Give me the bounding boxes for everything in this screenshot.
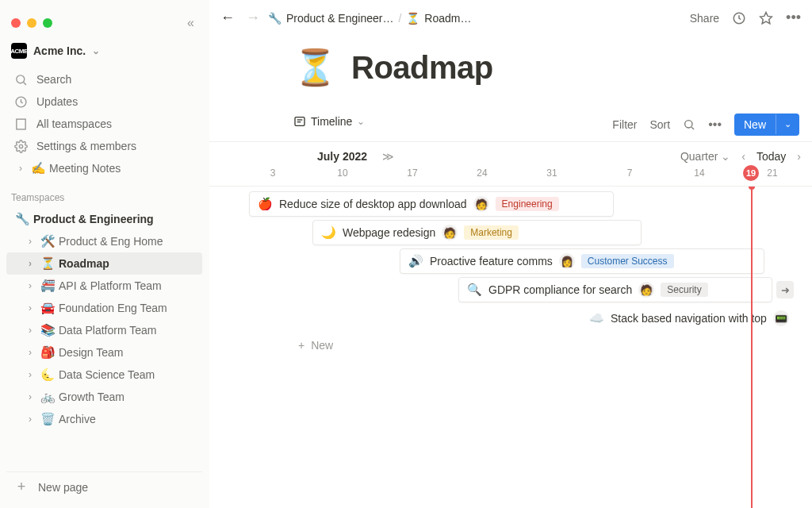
sidebar-item-data-platform[interactable]: › 📚 Data Platform Team — [6, 319, 202, 341]
timeline-date: 24 — [477, 167, 487, 179]
clock-icon[interactable] — [732, 11, 746, 25]
timeline-card[interactable]: 🔊 Proactive feature comms 👩 Customer Suc… — [400, 248, 764, 274]
avatar: 🧑 — [473, 196, 489, 212]
chevron-right-icon[interactable]: › — [24, 347, 36, 358]
timeline-body[interactable]: 🍎 Reduce size of desktop app download 🧑 … — [209, 187, 812, 508]
chevron-down-icon[interactable]: ⌄ — [776, 114, 799, 134]
sort-button[interactable]: Sort — [649, 118, 670, 131]
chevron-down-icon[interactable]: ⌄ — [357, 116, 365, 127]
timeline-today-button[interactable]: Today — [756, 150, 786, 163]
card-icon: 🔍 — [467, 283, 482, 297]
card-tag: Marketing — [464, 225, 519, 240]
wrench-icon: 🔧 — [14, 212, 30, 226]
timeline-new-row[interactable]: + New — [298, 339, 333, 352]
sidebar-search[interactable]: Search — [6, 68, 202, 90]
nav-arrows: ← → — [220, 10, 260, 26]
sidebar-item-design[interactable]: › 🎒 Design Team — [6, 341, 202, 364]
page-emoji[interactable]: ⏳ — [293, 47, 337, 88]
sidebar-settings[interactable]: Settings & members — [6, 135, 202, 157]
sidebar-item-label: Data Platform Team — [59, 324, 156, 337]
star-icon[interactable] — [759, 11, 773, 25]
breadcrumb-crumb-2[interactable]: ⏳ Roadm… — [406, 12, 471, 25]
search-icon[interactable] — [683, 118, 695, 131]
breadcrumb-crumb-1[interactable]: 🔧 Product & Engineer… — [268, 12, 393, 25]
timeline-card[interactable]: 🍎 Reduce size of desktop app download 🧑 … — [249, 191, 614, 217]
avatar: 👩 — [559, 253, 575, 269]
breadcrumb-label: Roadm… — [424, 12, 471, 25]
svg-point-0 — [16, 75, 24, 83]
sidebar-item-foundation-eng[interactable]: › 🚘 Foundation Eng Team — [6, 297, 202, 319]
chevron-right-icon[interactable]: › — [24, 391, 36, 402]
svg-rect-3 — [16, 119, 25, 129]
nav-back-icon[interactable]: ← — [220, 10, 235, 26]
timeline-icon — [293, 115, 306, 128]
timeline-date: 14 — [694, 167, 704, 179]
timeline-card[interactable]: 🔍 GDPR compliance for search 🧑 Security … — [458, 277, 772, 302]
chevron-right-icon[interactable]: › — [24, 414, 36, 425]
close-window-icon[interactable] — [11, 18, 21, 28]
plus-icon: + — [298, 339, 304, 352]
card-title: GDPR compliance for search — [488, 283, 632, 296]
sidebar-updates[interactable]: Updates — [6, 90, 202, 113]
timeline-month-label: July 2022 — [317, 150, 367, 163]
workspace-switcher[interactable]: ACME Acme Inc. ⌄ — [0, 40, 209, 67]
minimize-window-icon[interactable] — [27, 18, 36, 28]
new-button[interactable]: New ⌄ — [734, 114, 799, 136]
sidebar-item-data-science[interactable]: › 🌜 Data Science Team — [6, 364, 202, 386]
sidebar-item-archive[interactable]: › 🗑️ Archive — [6, 408, 202, 430]
chevron-right-icon[interactable]: › — [24, 258, 36, 269]
share-button[interactable]: Share — [690, 12, 719, 25]
expand-panel-icon[interactable]: ≫ — [382, 150, 394, 163]
timeline-date: 31 — [546, 167, 557, 179]
sidebar-item-meeting-notes[interactable]: › ✍️ Meeting Notes — [6, 157, 202, 179]
sidebar-item-label: Roadmap — [59, 257, 109, 270]
timeline-next-icon[interactable]: › — [797, 150, 801, 163]
nav-forward-icon[interactable]: → — [246, 10, 260, 26]
sidebar-item-label: Product & Eng Home — [59, 235, 163, 248]
chevron-right-icon[interactable]: › — [14, 163, 27, 174]
sidebar-all-teamspaces-label: All teamspaces — [36, 117, 112, 130]
teamspace-product-engineering[interactable]: 🔧 Product & Engineering — [6, 208, 202, 230]
sidebar-item-api-platform[interactable]: › 🚝 API & Platform Team — [6, 275, 202, 297]
more-icon[interactable]: ••• — [786, 10, 801, 26]
filter-button[interactable]: Filter — [612, 118, 637, 131]
card-tag: Security — [661, 283, 707, 297]
timeline-scale-button[interactable]: Quarter ⌄ — [680, 150, 730, 163]
chevron-right-icon[interactable]: › — [24, 369, 36, 380]
timeline-card[interactable]: ☁️ Stack based navigation with top 📟 — [574, 306, 812, 331]
chevron-right-icon[interactable]: › — [24, 280, 36, 291]
sidebar-item-roadmap[interactable]: › ⏳ Roadmap — [6, 252, 202, 275]
page-icon: 🚲 — [40, 390, 56, 404]
svg-point-10 — [19, 144, 22, 148]
sidebar-item-growth[interactable]: › 🚲 Growth Team — [6, 386, 202, 408]
timeline-prev-icon[interactable]: ‹ — [741, 150, 745, 163]
collapse-sidebar-icon[interactable]: « — [184, 13, 197, 33]
chevron-right-icon[interactable]: › — [24, 302, 36, 314]
timeline-today-line — [751, 187, 753, 508]
sidebar-item-label: Meeting Notes — [49, 162, 121, 175]
card-title: Proactive feature comms — [430, 255, 553, 267]
avatar: 🧑 — [638, 282, 654, 298]
sidebar-settings-label: Settings & members — [36, 140, 136, 152]
sidebar-item-product-eng-home[interactable]: › 🛠️ Product & Eng Home — [6, 230, 202, 252]
chevron-right-icon[interactable]: › — [24, 236, 36, 247]
page-title[interactable]: Roadmap — [351, 50, 493, 86]
maximize-window-icon[interactable] — [43, 18, 52, 28]
open-card-icon[interactable]: ➜ — [776, 281, 794, 298]
view-tab-timeline[interactable]: Timeline ⌄ — [293, 115, 365, 134]
card-tag: Customer Success — [581, 254, 674, 268]
page-icon: 🗑️ — [40, 412, 56, 426]
sidebar-search-label: Search — [36, 73, 71, 86]
timeline-card[interactable]: 🌙 Webpage redesign 🧑 Marketing — [312, 220, 642, 245]
gear-icon — [13, 140, 29, 153]
chevron-right-icon[interactable]: › — [24, 325, 36, 336]
view-tab-label: Timeline — [311, 115, 352, 128]
search-icon — [13, 73, 29, 87]
more-icon[interactable]: ••• — [708, 117, 722, 132]
sidebar-all-teamspaces[interactable]: All teamspaces — [6, 113, 202, 135]
new-page-button[interactable]: + New page — [6, 471, 202, 502]
chevron-expand-icon: ⌄ — [92, 45, 100, 56]
card-tag: Engineering — [496, 197, 559, 211]
card-title: Stack based navigation with top — [611, 312, 767, 325]
card-icon: 🌙 — [321, 225, 336, 240]
